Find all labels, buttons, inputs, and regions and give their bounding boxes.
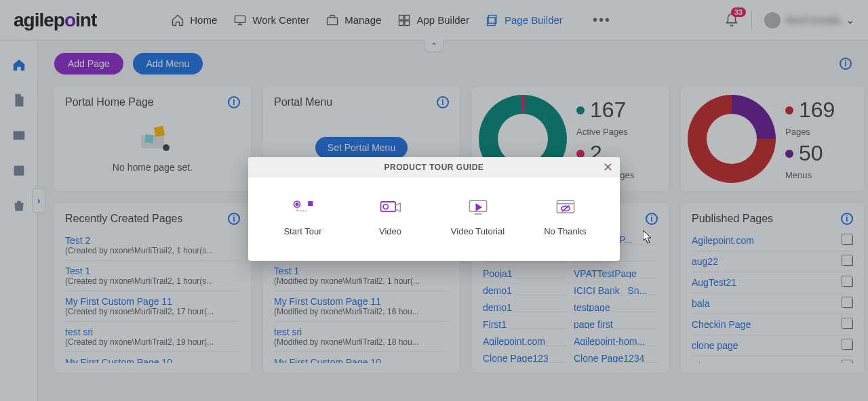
hide-icon: [553, 198, 578, 217]
start-tour-label: Start Tour: [283, 226, 321, 236]
close-icon[interactable]: ✕: [603, 160, 614, 175]
video-option[interactable]: Video: [353, 198, 428, 236]
product-tour-modal: PRODUCT TOUR GUIDE ✕ Start Tour Video Vi…: [248, 157, 620, 261]
play-screen-icon: [466, 198, 490, 217]
no-thanks-option[interactable]: No Thanks: [528, 198, 603, 236]
svg-point-14: [383, 205, 388, 209]
modal-title: PRODUCT TOUR GUIDE: [384, 163, 484, 172]
map-pin-icon: [291, 198, 315, 217]
start-tour-option[interactable]: Start Tour: [266, 198, 340, 236]
video-label: Video: [379, 226, 401, 236]
svg-point-11: [296, 203, 298, 206]
no-thanks-label: No Thanks: [544, 226, 587, 236]
camera-icon: [378, 198, 403, 217]
modal-header: PRODUCT TOUR GUIDE ✕: [248, 157, 620, 177]
video-tutorial-label: Video Tutorial: [451, 226, 505, 236]
svg-rect-12: [308, 201, 313, 206]
video-tutorial-option[interactable]: Video Tutorial: [441, 198, 515, 236]
